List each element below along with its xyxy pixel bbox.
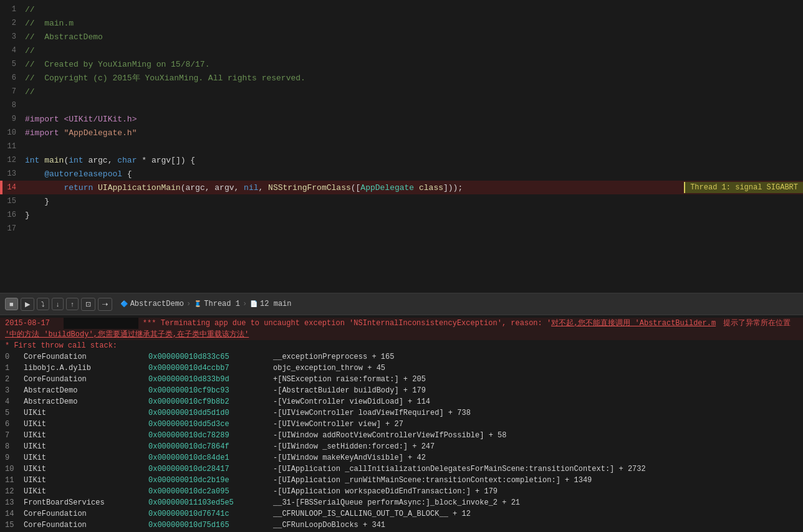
console-error-line-2: '中的方法 'buildBody',您需要通过继承其子类,在子类中重载该方法' (0, 329, 803, 340)
step-out-button[interactable]: ↑ (66, 298, 79, 310)
frame-address: 0x000000010dc7864f (148, 441, 273, 452)
frame-number: 7 (5, 430, 24, 441)
frame-view-button[interactable]: ⊡ (81, 298, 95, 311)
code-line-14: 14 return UIApplicationMain(argc, argv, … (0, 181, 803, 194)
thread-annotation: Thread 1: signal SIGABRT (684, 182, 803, 193)
console-error-line-1: 2015-08-17 *** Terminating app due to un… (0, 318, 803, 329)
console-method-text: '中的方法 'buildBody',您需要通过继承其子类,在子类中重载该方法' (5, 329, 249, 340)
frame-library: UIKit (24, 475, 148, 486)
frame-symbol: -[UIViewController view] + 27 (273, 419, 798, 430)
code-lines: 1 // 2 // main.m 3 // AbstractDemo 4 // … (0, 0, 803, 238)
frame-icon: 📄 (249, 300, 258, 308)
frame-number: 12 (5, 486, 24, 497)
frame-library: AbstractDemo (24, 396, 148, 407)
frame-symbol: -[UIApplication workspaceDidEndTransacti… (273, 486, 798, 497)
frame-library: UIKit (24, 463, 148, 475)
code-line-5: 5 // Created by YouXianMing on 15/8/17. (0, 57, 803, 71)
frame-symbol: __CFRunLoopDoBlocks + 341 (273, 520, 798, 531)
frame-number: 3 (5, 385, 24, 396)
code-line-9: 9 #import <UIKit/UIKit.h> (0, 112, 803, 126)
pid-bar (64, 318, 138, 329)
frame-symbol: -[UIWindow _setHidden:forced:] + 247 (273, 441, 798, 452)
console-output: 2015-08-17 *** Terminating app due to un… (0, 315, 803, 532)
frame-symbol: -[UIApplication _callInitializationDeleg… (273, 463, 798, 475)
frame-address: 0x000000010cf9b8b2 (148, 396, 273, 407)
stack-frame-row: 0 CoreFoundation 0x000000010d833c65 __ex… (0, 351, 803, 363)
frame-library: UIKit (24, 441, 148, 452)
code-line-1: 1 // (0, 2, 803, 16)
console-exception-text: *** Terminating app due to uncaught exce… (138, 318, 716, 329)
stack-frame-row: 3 AbstractDemo 0x000000010cf9bc93 -[Abst… (0, 385, 803, 396)
code-line-15: 15 } (0, 194, 803, 208)
frame-number: 2 (5, 374, 24, 385)
frame-symbol: -[UIViewController loadViewIfRequired] +… (273, 407, 798, 419)
stack-frame-row: 6 UIKit 0x000000010dd5d3ce -[UIViewContr… (0, 419, 803, 430)
step-into-button[interactable]: ↓ (52, 298, 64, 310)
console-stack-header: * First throw call stack: (0, 340, 803, 351)
stack-frame-row: 5 UIKit 0x000000010dd5d1d0 -[UIViewContr… (0, 407, 803, 419)
frame-library: UIKit (24, 419, 148, 430)
frame-library: UIKit (24, 430, 148, 441)
stack-frame-row: 2 CoreFoundation 0x000000010d833b9d +[NS… (0, 374, 803, 385)
frame-library: FrontBoardServices (24, 497, 148, 508)
code-editor: 1 // 2 // main.m 3 // AbstractDemo 4 // … (0, 0, 803, 293)
stack-frame-row: 11 UIKit 0x000000010dc2b19e -[UIApplicat… (0, 475, 803, 486)
frame-address: 0x000000010cf9bc93 (148, 385, 273, 396)
frame-address: 0x000000010d76741c (148, 508, 273, 520)
frame-symbol: __CFRUNLOOP_IS_CALLING_OUT_TO_A_BLOCK__ … (273, 508, 798, 520)
project-icon: 🔷 (120, 300, 128, 308)
frame-number: 4 (5, 396, 24, 407)
stack-frame-row: 14 CoreFoundation 0x000000010d76741c __C… (0, 508, 803, 520)
code-line-4: 4 // (0, 44, 803, 57)
code-line-16: 16 } (0, 208, 803, 222)
simulator-button[interactable]: ⇢ (98, 298, 112, 311)
frame-address: 0x000000010dc78289 (148, 430, 273, 441)
code-line-3: 3 // AbstractDemo (0, 30, 803, 44)
stack-frame-row: 7 UIKit 0x000000010dc78289 -[UIWindow ad… (0, 430, 803, 441)
frame-symbol: -[UIWindow addRootViewControllerViewIfPo… (273, 430, 798, 441)
frame-symbol: -[ViewController viewDidLoad] + 114 (273, 396, 798, 407)
breadcrumb-sep-1: › (186, 300, 191, 308)
breadcrumb-sep-2: › (243, 300, 247, 308)
frame-library: libobjc.A.dylib (24, 363, 148, 374)
breadcrumb-project[interactable]: 🔷 AbstractDemo (120, 300, 184, 308)
frame-number: 9 (5, 452, 24, 463)
frame-number: 15 (5, 520, 24, 531)
stack-frame-row: 4 AbstractDemo 0x000000010cf9b8b2 -[View… (0, 396, 803, 407)
frame-library: CoreFoundation (24, 351, 148, 363)
code-line-6: 6 // Copyright (c) 2015年 YouXianMing. Al… (0, 71, 803, 85)
stack-frame-row: 9 UIKit 0x000000010dc84de1 -[UIWindow ma… (0, 452, 803, 463)
stack-frame-row: 1 libobjc.A.dylib 0x000000010d4ccbb7 obj… (0, 363, 803, 374)
frame-address: 0x000000011103ed5e5 (148, 497, 273, 508)
frame-number: 11 (5, 475, 24, 486)
code-line-13: 13 @autoreleasepool { (0, 167, 803, 181)
frame-symbol: __exceptionPreprocess + 165 (273, 351, 798, 363)
code-line-2: 2 // main.m (0, 16, 803, 30)
frame-symbol: __31-[FBSSerialQueue performAsync:]_bloc… (273, 497, 798, 508)
stack-frame-row: 10 UIKit 0x000000010dc28417 -[UIApplicat… (0, 463, 803, 475)
frame-address: 0x000000010d75d165 (148, 520, 273, 531)
frame-library: CoreFoundation (24, 520, 148, 531)
frame-address: 0x000000010d833b9d (148, 374, 273, 385)
code-line-17: 17 (0, 222, 803, 235)
frame-address: 0x000000010dc2a095 (148, 486, 273, 497)
frame-number: 14 (5, 508, 24, 520)
frame-address: 0x000000010dc84de1 (148, 452, 273, 463)
stack-header-text: * First throw call stack: (5, 340, 117, 351)
stack-frames: 0 CoreFoundation 0x000000010d833c65 __ex… (0, 351, 803, 532)
step-over-button[interactable]: ⤵ (37, 298, 49, 310)
breadcrumb-thread[interactable]: 🧵 Thread 1 (193, 300, 240, 308)
continue-button[interactable]: ▶ (21, 298, 34, 311)
stop-button[interactable]: ■ (5, 298, 18, 310)
frame-number: 6 (5, 419, 24, 430)
code-line-12: 12 int main(int argc, char * argv[]) { (0, 153, 803, 167)
frame-address: 0x000000010dd5d1d0 (148, 407, 273, 419)
frame-symbol: -[UIApplication _runWithMainScene:transi… (273, 475, 798, 486)
frame-library: UIKit (24, 486, 148, 497)
breadcrumb-frame[interactable]: 📄 12 main (249, 300, 291, 308)
frame-symbol: objc_exception_throw + 45 (273, 363, 798, 374)
frame-library: UIKit (24, 452, 148, 463)
stack-frame-row: 8 UIKit 0x000000010dc7864f -[UIWindow _s… (0, 441, 803, 452)
frame-number: 0 (5, 351, 24, 363)
frame-symbol: +[NSException raise:format:] + 205 (273, 374, 798, 385)
